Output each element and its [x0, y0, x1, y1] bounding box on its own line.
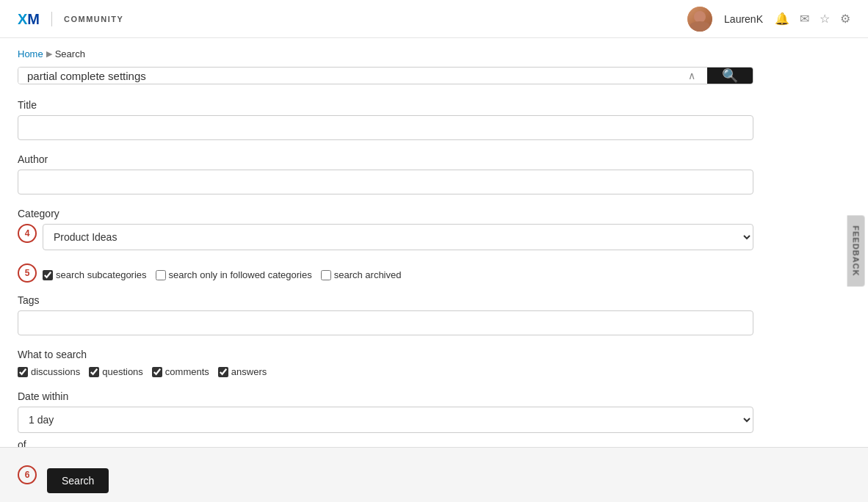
category-field-group: Category 4 Product Ideas All Categories … — [18, 208, 753, 250]
search-bar: ∧ 🔍 — [18, 67, 753, 84]
title-input[interactable] — [18, 115, 753, 140]
logo-x: X — [18, 12, 27, 26]
breadcrumb-separator: ▶ — [46, 49, 52, 59]
discussions-checkbox-item[interactable]: discussions — [18, 366, 80, 377]
title-field-group: Title — [18, 99, 753, 140]
comments-checkbox-item[interactable]: comments — [152, 366, 209, 377]
category-step-row: 4 Product Ideas All Categories Support D… — [18, 224, 753, 250]
answers-checkbox[interactable] — [218, 367, 228, 377]
answers-checkbox-item[interactable]: answers — [218, 366, 267, 377]
subcategory-step-row: 5 search subcategories search only in fo… — [18, 263, 753, 283]
category-select[interactable]: Product Ideas All Categories Support Dis… — [43, 224, 753, 250]
search-followed-label: search only in followed categories — [169, 269, 312, 280]
bottom-bar: 6 Search — [0, 447, 868, 502]
category-label: Category — [18, 208, 753, 219]
category-content: Product Ideas All Categories Support Dis… — [43, 224, 753, 250]
avatar[interactable] — [687, 7, 712, 32]
what-to-search-checkboxes: discussions questions comments answers — [18, 366, 753, 377]
logo-m: M — [27, 12, 40, 26]
search-submit-button[interactable]: Search — [47, 468, 109, 493]
tags-input[interactable] — [18, 310, 753, 335]
header-icons: 🔔 ✉ ☆ ⚙ — [775, 12, 850, 26]
step-4-circle: 4 — [18, 224, 37, 243]
logo-divider — [51, 12, 52, 26]
questions-checkbox[interactable] — [89, 367, 99, 377]
bell-icon[interactable]: 🔔 — [775, 12, 789, 26]
search-icon-button[interactable]: 🔍 — [707, 68, 753, 84]
discussions-label: discussions — [31, 366, 80, 377]
what-to-search-label: What to search — [18, 349, 753, 360]
questions-checkbox-item[interactable]: questions — [89, 366, 143, 377]
comments-label: comments — [165, 366, 209, 377]
discussions-checkbox[interactable] — [18, 367, 28, 377]
search-main-input[interactable] — [27, 70, 685, 82]
date-within-label: Date within — [18, 390, 753, 402]
subcategory-checkboxes: search subcategories search only in foll… — [43, 269, 753, 280]
header-left: X M COMMUNITY — [18, 12, 123, 26]
date-within-select[interactable]: 1 day 1 week 1 month 1 year Any time — [18, 407, 753, 433]
what-to-search-group: What to search discussions questions com… — [18, 349, 753, 377]
author-input[interactable] — [18, 170, 753, 194]
search-archived-checkbox-item[interactable]: search archived — [321, 269, 402, 280]
author-label: Author — [18, 153, 753, 165]
comments-checkbox[interactable] — [152, 367, 162, 377]
feedback-label: FEEDBACK — [851, 225, 860, 276]
title-label: Title — [18, 99, 753, 111]
tags-label: Tags — [18, 294, 753, 306]
breadcrumb: Home ▶ Search — [0, 38, 868, 67]
search-archived-label: search archived — [334, 269, 402, 280]
logo-community: COMMUNITY — [64, 15, 123, 23]
username[interactable]: LaurenK — [724, 13, 763, 25]
feedback-tab[interactable]: FEEDBACK — [847, 215, 864, 286]
step-6-circle: 6 — [18, 465, 37, 484]
avatar-image — [687, 7, 712, 32]
step-5-circle: 5 — [18, 263, 37, 283]
questions-label: questions — [102, 366, 143, 377]
xm-logo[interactable]: X M — [18, 12, 40, 26]
search-input-container: ∧ — [18, 68, 707, 84]
chevron-up-icon[interactable]: ∧ — [685, 70, 698, 81]
search-subcategories-checkbox-item[interactable]: search subcategories — [43, 269, 147, 280]
author-field-group: Author — [18, 153, 753, 194]
gear-icon[interactable]: ⚙ — [840, 12, 850, 26]
search-subcategories-checkbox[interactable] — [43, 270, 53, 280]
search-archived-checkbox[interactable] — [321, 270, 331, 280]
answers-label: answers — [231, 366, 267, 377]
header: X M COMMUNITY LaurenK 🔔 ✉ ☆ ⚙ — [0, 0, 868, 38]
star-icon[interactable]: ☆ — [820, 12, 830, 26]
main-content: ∧ 🔍 Title Author Category 4 Product Idea… — [0, 67, 771, 502]
tags-field-group: Tags — [18, 294, 753, 335]
breadcrumb-current: Search — [55, 48, 85, 59]
search-subcategories-label: search subcategories — [56, 269, 147, 280]
search-followed-checkbox-item[interactable]: search only in followed categories — [156, 269, 312, 280]
search-magnifier-icon: 🔍 — [722, 68, 738, 84]
header-right: LaurenK 🔔 ✉ ☆ ⚙ — [687, 7, 850, 32]
search-followed-checkbox[interactable] — [156, 270, 166, 280]
breadcrumb-home[interactable]: Home — [18, 48, 43, 59]
message-icon[interactable]: ✉ — [800, 12, 809, 26]
